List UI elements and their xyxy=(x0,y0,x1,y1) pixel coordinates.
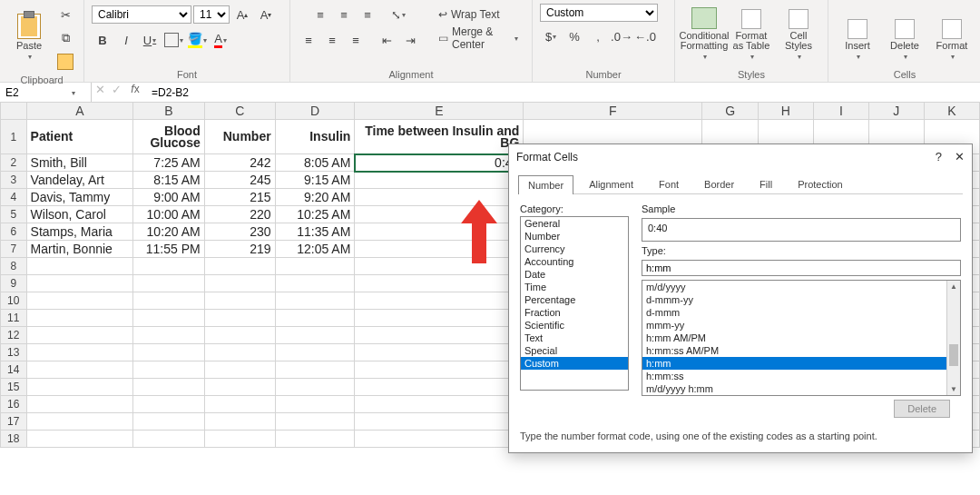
row-header[interactable]: 5 xyxy=(1,206,27,223)
row-header[interactable]: 6 xyxy=(1,223,27,241)
align-right-button[interactable]: ≡ xyxy=(345,29,367,51)
scroll-thumb[interactable] xyxy=(949,344,958,366)
cell[interactable]: 9:00 AM xyxy=(133,189,204,206)
merge-center-button[interactable]: ▭Merge & Center▾ xyxy=(432,27,524,49)
cell[interactable] xyxy=(26,379,133,396)
bold-button[interactable]: B xyxy=(92,29,113,51)
cell[interactable] xyxy=(204,275,275,292)
cell[interactable] xyxy=(204,344,275,361)
percent-button[interactable]: % xyxy=(564,25,585,47)
cell[interactable]: 9:20 AM xyxy=(275,189,355,206)
fill-color-button[interactable]: 🪣▾ xyxy=(186,29,208,51)
accept-formula-button[interactable]: ✓ xyxy=(108,83,124,103)
cell[interactable]: 7:25 AM xyxy=(133,154,204,172)
category-item[interactable]: Date xyxy=(521,268,628,281)
number-format-select[interactable]: Custom xyxy=(540,4,658,22)
cell[interactable] xyxy=(26,431,133,448)
align-middle-button[interactable]: ≡ xyxy=(333,4,355,25)
cell[interactable]: Wilson, Carol xyxy=(26,206,133,223)
category-item[interactable]: Text xyxy=(521,332,628,344)
cell[interactable] xyxy=(355,431,524,448)
indent-decrease-button[interactable]: ⇤ xyxy=(376,29,397,51)
cell[interactable] xyxy=(204,379,275,396)
column-header[interactable]: I xyxy=(813,103,868,120)
cell[interactable]: 230 xyxy=(204,223,275,241)
dialog-tab[interactable]: Alignment xyxy=(579,174,643,193)
cell[interactable]: 10:25 AM xyxy=(275,206,355,223)
row-header[interactable]: 15 xyxy=(1,379,27,396)
cell[interactable] xyxy=(26,413,133,431)
dialog-tab[interactable]: Fill xyxy=(750,174,782,193)
row-header[interactable]: 3 xyxy=(1,172,27,189)
comma-button[interactable]: , xyxy=(587,25,609,47)
row-header[interactable]: 14 xyxy=(1,361,27,379)
cell[interactable] xyxy=(275,396,355,413)
borders-button[interactable]: ▾ xyxy=(162,29,184,51)
wrap-text-button[interactable]: ↩Wrap Text xyxy=(432,4,506,25)
cell[interactable] xyxy=(204,258,275,275)
cell[interactable] xyxy=(26,292,133,310)
cell[interactable] xyxy=(355,275,524,292)
cell[interactable]: 219 xyxy=(204,241,275,258)
font-color-button[interactable]: A▾ xyxy=(210,29,231,51)
cell[interactable] xyxy=(355,258,524,275)
cell[interactable] xyxy=(26,327,133,344)
chevron-down-icon[interactable]: ▾ xyxy=(72,89,75,97)
cell[interactable]: 9:15 AM xyxy=(275,172,355,189)
cell[interactable]: Davis, Tammy xyxy=(26,189,133,206)
close-button[interactable]: ✕ xyxy=(955,150,965,163)
underline-button[interactable]: U▾ xyxy=(139,29,161,51)
font-size-select[interactable]: 11 xyxy=(193,5,230,24)
cell[interactable]: Insulin xyxy=(275,120,355,154)
column-header[interactable]: F xyxy=(524,103,702,120)
cell[interactable]: Patient xyxy=(26,120,133,154)
cell[interactable]: 8:05 AM xyxy=(275,154,355,172)
type-list-item[interactable]: mmm-yy xyxy=(642,319,947,332)
column-header[interactable]: B xyxy=(133,103,204,120)
cell[interactable] xyxy=(204,327,275,344)
cancel-formula-button[interactable]: ✕ xyxy=(92,83,108,103)
type-list-item[interactable]: d-mmm-yy xyxy=(642,293,947,306)
cell[interactable] xyxy=(133,396,204,413)
cell[interactable] xyxy=(133,361,204,379)
paste-button[interactable]: Paste ▾ xyxy=(7,4,51,62)
cell[interactable] xyxy=(275,413,355,431)
row-header[interactable]: 10 xyxy=(1,292,27,310)
conditional-formatting-button[interactable]: Conditional Formatting▾ xyxy=(682,4,726,62)
column-header[interactable]: E xyxy=(355,103,524,120)
cell[interactable] xyxy=(26,396,133,413)
cell[interactable] xyxy=(355,379,524,396)
category-item[interactable]: Accounting xyxy=(521,255,628,268)
type-list-item[interactable]: mm:ss xyxy=(642,395,947,396)
cell[interactable] xyxy=(355,396,524,413)
cell[interactable]: 11:35 AM xyxy=(275,223,355,241)
name-box[interactable]: ▾ xyxy=(0,83,92,103)
cell[interactable]: 242 xyxy=(204,154,275,172)
column-header[interactable]: J xyxy=(868,103,924,120)
dialog-tab[interactable]: Font xyxy=(649,174,689,193)
cell[interactable] xyxy=(26,275,133,292)
cell[interactable] xyxy=(133,344,204,361)
cell[interactable]: 245 xyxy=(204,172,275,189)
name-box-input[interactable] xyxy=(0,85,71,100)
category-list[interactable]: GeneralNumberCurrencyAccountingDateTimeP… xyxy=(520,216,629,391)
cell[interactable]: Time between Insulin and BG xyxy=(355,120,524,154)
cell[interactable] xyxy=(355,206,524,223)
cell[interactable]: 0:40 xyxy=(355,154,524,172)
cell[interactable] xyxy=(204,396,275,413)
cell[interactable] xyxy=(355,172,524,189)
cell[interactable]: Martin, Bonnie xyxy=(26,241,133,258)
select-all-corner[interactable] xyxy=(1,103,27,120)
cell[interactable] xyxy=(355,344,524,361)
cell[interactable] xyxy=(26,344,133,361)
cell[interactable]: 11:55 PM xyxy=(133,241,204,258)
cell[interactable] xyxy=(275,361,355,379)
scroll-up-icon[interactable]: ▲ xyxy=(950,282,957,291)
italic-button[interactable]: I xyxy=(115,29,137,51)
cell[interactable] xyxy=(26,361,133,379)
font-family-select[interactable]: Calibri xyxy=(92,5,191,24)
cell[interactable]: Blood Glucose xyxy=(133,120,204,154)
category-item[interactable]: Time xyxy=(521,281,628,293)
column-header[interactable]: H xyxy=(758,103,813,120)
increase-decimal-button[interactable]: .0→ xyxy=(611,25,632,47)
